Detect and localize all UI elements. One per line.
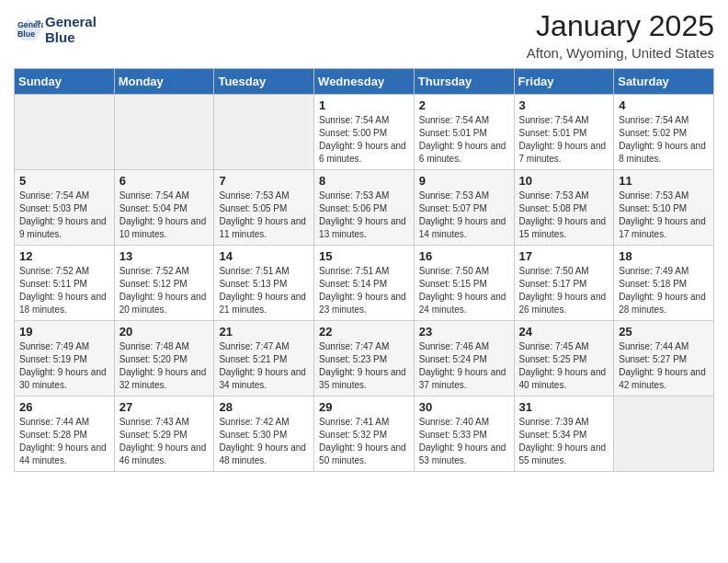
day-cell: 1Sunrise: 7:54 AMSunset: 5:00 PMDaylight… — [314, 95, 415, 170]
day-cell: 28Sunrise: 7:42 AMSunset: 5:30 PMDayligh… — [214, 396, 314, 472]
day-cell: 6Sunrise: 7:54 AMSunset: 5:04 PMDaylight… — [114, 170, 214, 246]
day-info: Sunrise: 7:48 AMSunset: 5:20 PMDaylight:… — [119, 340, 210, 392]
week-row-4: 19Sunrise: 7:49 AMSunset: 5:19 PMDayligh… — [15, 321, 714, 396]
logo: General Blue General Blue — [14, 14, 97, 45]
day-info: Sunrise: 7:54 AMSunset: 5:01 PMDaylight:… — [519, 114, 609, 166]
day-number: 22 — [319, 325, 409, 339]
day-info: Sunrise: 7:42 AMSunset: 5:30 PMDaylight:… — [219, 416, 309, 467]
day-number: 8 — [319, 174, 409, 188]
day-info: Sunrise: 7:49 AMSunset: 5:19 PMDaylight:… — [19, 340, 109, 392]
weekday-saturday: Saturday — [614, 69, 714, 95]
day-number: 2 — [419, 98, 509, 112]
day-number: 4 — [619, 98, 709, 112]
day-info: Sunrise: 7:44 AMSunset: 5:27 PMDaylight:… — [619, 340, 709, 392]
month-title: January 2025 — [527, 9, 714, 43]
day-number: 11 — [619, 174, 709, 188]
day-cell: 22Sunrise: 7:47 AMSunset: 5:23 PMDayligh… — [314, 321, 415, 396]
day-cell: 3Sunrise: 7:54 AMSunset: 5:01 PMDaylight… — [514, 95, 614, 170]
day-cell: 27Sunrise: 7:43 AMSunset: 5:29 PMDayligh… — [114, 396, 214, 472]
day-info: Sunrise: 7:50 AMSunset: 5:15 PMDaylight:… — [419, 265, 509, 316]
week-row-1: 1Sunrise: 7:54 AMSunset: 5:00 PMDaylight… — [15, 95, 714, 170]
day-cell: 4Sunrise: 7:54 AMSunset: 5:02 PMDaylight… — [614, 95, 714, 170]
day-number: 16 — [419, 249, 509, 263]
week-row-5: 26Sunrise: 7:44 AMSunset: 5:28 PMDayligh… — [15, 396, 714, 472]
day-cell: 30Sunrise: 7:40 AMSunset: 5:33 PMDayligh… — [414, 396, 514, 472]
day-number: 6 — [119, 174, 210, 188]
day-cell: 16Sunrise: 7:50 AMSunset: 5:15 PMDayligh… — [414, 246, 514, 321]
weekday-friday: Friday — [514, 69, 614, 95]
day-cell: 18Sunrise: 7:49 AMSunset: 5:18 PMDayligh… — [614, 246, 714, 321]
day-cell — [15, 95, 115, 170]
day-info: Sunrise: 7:47 AMSunset: 5:21 PMDaylight:… — [219, 340, 309, 392]
day-number: 18 — [619, 249, 709, 263]
day-cell: 29Sunrise: 7:41 AMSunset: 5:32 PMDayligh… — [314, 396, 415, 472]
weekday-wednesday: Wednesday — [314, 69, 415, 95]
day-cell: 15Sunrise: 7:51 AMSunset: 5:14 PMDayligh… — [314, 246, 415, 321]
logo-line1: General — [45, 14, 97, 29]
day-info: Sunrise: 7:41 AMSunset: 5:32 PMDaylight:… — [319, 416, 409, 467]
day-cell: 21Sunrise: 7:47 AMSunset: 5:21 PMDayligh… — [214, 321, 314, 396]
day-info: Sunrise: 7:50 AMSunset: 5:17 PMDaylight:… — [519, 265, 609, 316]
day-number: 27 — [119, 400, 210, 414]
day-cell: 31Sunrise: 7:39 AMSunset: 5:34 PMDayligh… — [514, 396, 614, 472]
day-info: Sunrise: 7:46 AMSunset: 5:24 PMDaylight:… — [419, 340, 509, 392]
day-info: Sunrise: 7:47 AMSunset: 5:23 PMDaylight:… — [319, 340, 409, 392]
day-info: Sunrise: 7:45 AMSunset: 5:25 PMDaylight:… — [519, 340, 609, 392]
day-info: Sunrise: 7:54 AMSunset: 5:00 PMDaylight:… — [319, 114, 409, 166]
day-info: Sunrise: 7:54 AMSunset: 5:01 PMDaylight:… — [419, 114, 509, 166]
day-number: 20 — [119, 325, 210, 339]
week-row-3: 12Sunrise: 7:52 AMSunset: 5:11 PMDayligh… — [15, 246, 714, 321]
day-cell — [114, 95, 214, 170]
day-info: Sunrise: 7:52 AMSunset: 5:12 PMDaylight:… — [119, 265, 210, 316]
logo-line2: Blue — [45, 29, 97, 45]
day-info: Sunrise: 7:39 AMSunset: 5:34 PMDaylight:… — [519, 416, 609, 467]
day-info: Sunrise: 7:52 AMSunset: 5:11 PMDaylight:… — [19, 265, 109, 316]
weekday-header-row: SundayMondayTuesdayWednesdayThursdayFrid… — [15, 69, 714, 95]
title-block: January 2025 Afton, Wyoming, United Stat… — [527, 9, 714, 61]
day-info: Sunrise: 7:49 AMSunset: 5:18 PMDaylight:… — [619, 265, 709, 316]
day-number: 15 — [319, 249, 409, 263]
day-cell: 25Sunrise: 7:44 AMSunset: 5:27 PMDayligh… — [614, 321, 714, 396]
day-cell: 11Sunrise: 7:53 AMSunset: 5:10 PMDayligh… — [614, 170, 714, 246]
day-cell — [214, 95, 314, 170]
day-number: 23 — [419, 325, 509, 339]
day-cell: 12Sunrise: 7:52 AMSunset: 5:11 PMDayligh… — [15, 246, 115, 321]
day-cell: 17Sunrise: 7:50 AMSunset: 5:17 PMDayligh… — [514, 246, 614, 321]
day-number: 14 — [219, 249, 309, 263]
day-number: 24 — [519, 325, 609, 339]
calendar-body: 1Sunrise: 7:54 AMSunset: 5:00 PMDaylight… — [15, 95, 714, 472]
location: Afton, Wyoming, United States — [527, 45, 714, 61]
day-cell: 24Sunrise: 7:45 AMSunset: 5:25 PMDayligh… — [514, 321, 614, 396]
day-number: 28 — [219, 400, 309, 414]
day-number: 26 — [19, 400, 109, 414]
day-number: 7 — [219, 174, 309, 188]
day-number: 17 — [519, 249, 609, 263]
day-number: 25 — [619, 325, 709, 339]
day-number: 21 — [219, 325, 309, 339]
day-cell: 9Sunrise: 7:53 AMSunset: 5:07 PMDaylight… — [414, 170, 514, 246]
weekday-tuesday: Tuesday — [214, 69, 314, 95]
day-cell — [614, 396, 714, 472]
day-info: Sunrise: 7:54 AMSunset: 5:03 PMDaylight:… — [19, 190, 109, 241]
day-cell: 5Sunrise: 7:54 AMSunset: 5:03 PMDaylight… — [15, 170, 115, 246]
day-cell: 14Sunrise: 7:51 AMSunset: 5:13 PMDayligh… — [214, 246, 314, 321]
day-number: 30 — [419, 400, 509, 414]
day-number: 12 — [19, 249, 109, 263]
day-number: 10 — [519, 174, 609, 188]
day-info: Sunrise: 7:53 AMSunset: 5:06 PMDaylight:… — [319, 190, 409, 241]
page-header: General Blue General Blue January 2025 A… — [14, 9, 714, 61]
day-info: Sunrise: 7:40 AMSunset: 5:33 PMDaylight:… — [419, 416, 509, 467]
day-info: Sunrise: 7:51 AMSunset: 5:14 PMDaylight:… — [319, 265, 409, 316]
weekday-thursday: Thursday — [414, 69, 514, 95]
day-number: 1 — [319, 98, 409, 112]
day-info: Sunrise: 7:53 AMSunset: 5:10 PMDaylight:… — [619, 190, 709, 241]
day-number: 29 — [319, 400, 409, 414]
day-cell: 26Sunrise: 7:44 AMSunset: 5:28 PMDayligh… — [15, 396, 115, 472]
day-cell: 10Sunrise: 7:53 AMSunset: 5:08 PMDayligh… — [514, 170, 614, 246]
day-info: Sunrise: 7:44 AMSunset: 5:28 PMDaylight:… — [19, 416, 109, 467]
day-cell: 20Sunrise: 7:48 AMSunset: 5:20 PMDayligh… — [114, 321, 214, 396]
day-number: 19 — [19, 325, 109, 339]
day-cell: 8Sunrise: 7:53 AMSunset: 5:06 PMDaylight… — [314, 170, 415, 246]
day-number: 3 — [519, 98, 609, 112]
calendar-table: SundayMondayTuesdayWednesdayThursdayFrid… — [14, 68, 714, 472]
